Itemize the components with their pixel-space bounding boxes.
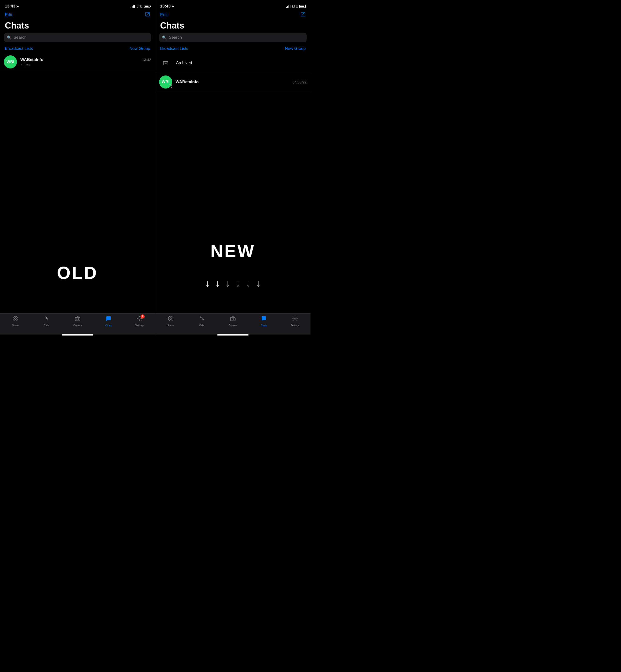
right-status-bar: 13:43 ➤ LTE [155, 0, 310, 11]
right-tab-camera[interactable]: Camera [217, 315, 248, 327]
right-status-right: LTE [286, 4, 306, 8]
svg-rect-8 [163, 61, 168, 62]
left-status-time: 13:43 ➤ [5, 4, 19, 9]
right-new-group-button[interactable]: New Group [285, 46, 306, 51]
down-arrow-4: ↓ [236, 278, 240, 289]
left-tab-camera[interactable]: Camera [62, 315, 93, 327]
left-status-icon [12, 315, 18, 323]
left-tab-camera-label: Camera [73, 324, 82, 327]
left-settings-badge: 2 [140, 314, 144, 319]
right-chat-name-row: WABetaInfo 04/03/22 [175, 80, 306, 84]
signal-bar-3 [133, 5, 134, 8]
right-phone-panel: 13:43 ➤ LTE Edit [155, 0, 310, 336]
right-chat-list: WBI WABetaInfo 04/03/22 [155, 73, 310, 313]
right-header: Edit [155, 11, 310, 20]
down-arrow-1: ↓ [205, 278, 210, 289]
left-settings-icon: 2 [136, 315, 143, 323]
chat-item-wabetainfo-left[interactable]: WBI WABetaInfo 13:42 ✓ Test [0, 53, 155, 71]
left-phone-panel: 13:43 ➤ LTE Edit [0, 0, 155, 336]
left-tab-calls[interactable]: Calls [31, 315, 62, 327]
right-home-indicator [155, 334, 310, 336]
signal-bar-4 [134, 5, 135, 8]
left-chat-time: 13:42 [142, 57, 151, 62]
svg-point-12 [170, 317, 171, 317]
right-tab-bar: Status Calls Camera [155, 313, 310, 334]
left-tab-chats-label: Chats [106, 324, 112, 327]
left-wbi-avatar: WBI [4, 55, 17, 69]
down-arrow-6: ↓ [256, 278, 261, 289]
left-tab-status[interactable]: Status [0, 315, 31, 327]
left-search-icon: 🔍 [7, 35, 12, 40]
right-archive-icon-box [159, 56, 172, 70]
right-tab-camera-label: Camera [229, 324, 237, 327]
left-home-indicator [0, 334, 155, 336]
right-location-arrow-icon: ➤ [171, 5, 174, 8]
left-compose-icon[interactable] [145, 12, 150, 18]
svg-point-14 [232, 318, 234, 320]
right-edit-button[interactable]: Edit [160, 12, 168, 17]
left-battery-icon [144, 5, 150, 8]
left-chat-preview: ✓ Test [20, 63, 151, 67]
right-chat-name: WABetaInfo [175, 80, 199, 84]
right-tab-settings[interactable]: Settings [280, 315, 310, 327]
right-arrows-container: ↓ ↓ ↓ ↓ ↓ ↓ [155, 278, 310, 289]
left-search-bar[interactable]: 🔍 Search [4, 33, 151, 42]
down-arrow-3: ↓ [225, 278, 230, 289]
right-action-row: Broadcast Lists New Group [155, 45, 310, 53]
svg-point-5 [77, 318, 79, 320]
left-tab-settings-label: Settings [135, 324, 144, 327]
left-broadcast-button[interactable]: Broadcast Lists [5, 46, 33, 51]
right-lte-text: LTE [292, 4, 298, 8]
right-chats-icon [261, 315, 267, 323]
right-page-title: Chats [155, 20, 310, 33]
right-tab-status[interactable]: Status [155, 315, 186, 327]
left-tab-settings[interactable]: 2 Settings [124, 315, 155, 327]
right-chat-content: WABetaInfo 04/03/22 [175, 80, 306, 84]
right-tab-status-label: Status [167, 324, 174, 327]
signal-bar-2 [132, 6, 132, 8]
left-tab-chats[interactable]: Chats [93, 315, 124, 327]
archive-icon [162, 59, 169, 67]
left-checkmark-icon: ✓ [20, 63, 23, 67]
svg-point-6 [139, 318, 140, 319]
chat-item-wabetainfo-right[interactable]: WBI WABetaInfo 04/03/22 [155, 73, 310, 91]
down-arrow-5: ↓ [246, 278, 251, 289]
right-chat-time: 04/03/22 [293, 80, 306, 84]
right-camera-icon [230, 315, 236, 323]
left-lte-text: LTE [136, 4, 142, 8]
svg-point-11 [170, 318, 172, 320]
left-calls-icon [43, 315, 50, 323]
right-tab-settings-label: Settings [291, 324, 299, 327]
right-archived-row[interactable]: Archived [155, 53, 310, 73]
left-time-text: 13:43 [5, 4, 15, 9]
right-battery-icon [299, 5, 306, 8]
right-search-placeholder: Search [169, 35, 182, 40]
left-chat-content: WABetaInfo 13:42 ✓ Test [20, 57, 151, 67]
right-tab-calls[interactable]: Calls [186, 315, 217, 327]
right-tab-calls-label: Calls [199, 324, 204, 327]
down-arrow-2: ↓ [215, 278, 220, 289]
right-search-bar[interactable]: 🔍 Search [159, 33, 306, 42]
left-new-group-button[interactable]: New Group [129, 46, 150, 51]
right-signal-icon [286, 5, 290, 8]
left-location-arrow-icon: ➤ [16, 5, 19, 8]
left-search-placeholder: Search [13, 35, 27, 40]
right-wbi-avatar: WBI [159, 76, 172, 88]
left-tab-bar: Status Calls Camera [0, 313, 155, 334]
svg-rect-13 [231, 317, 235, 321]
right-tab-chats[interactable]: Chats [248, 315, 279, 327]
left-camera-icon [75, 315, 81, 323]
right-search-icon: 🔍 [162, 35, 167, 40]
svg-point-3 [15, 317, 16, 317]
right-compose-icon[interactable] [300, 12, 306, 18]
signal-bar-1 [131, 7, 131, 8]
right-status-icon [168, 315, 174, 323]
svg-rect-4 [75, 317, 80, 321]
left-status-bar: 13:43 ➤ LTE [0, 0, 155, 11]
left-tab-calls-label: Calls [44, 324, 49, 327]
right-broadcast-button[interactable]: Broadcast Lists [160, 46, 188, 51]
left-edit-button[interactable]: Edit [5, 12, 12, 17]
right-time-text: 13:43 [160, 4, 170, 9]
svg-point-2 [14, 318, 16, 320]
left-chats-icon [106, 315, 112, 323]
